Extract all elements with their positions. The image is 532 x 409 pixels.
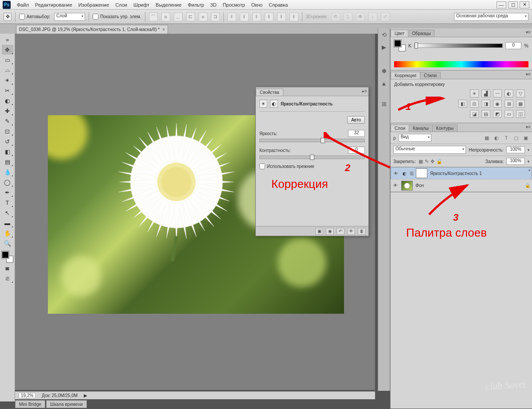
- exposure-adj-icon[interactable]: ◐: [505, 90, 513, 97]
- path-select-tool[interactable]: ↖: [2, 208, 13, 218]
- visibility-icon[interactable]: 👁: [347, 228, 355, 235]
- color-swatch-pair[interactable]: [394, 40, 406, 51]
- wand-tool[interactable]: ✴: [2, 75, 13, 85]
- properties-strip-icon[interactable]: ⊞: [379, 99, 388, 108]
- lock-all-icon[interactable]: 🔒: [436, 159, 442, 164]
- zoom-field[interactable]: 19,2%: [19, 393, 35, 398]
- styles-tab[interactable]: Стили: [420, 72, 441, 79]
- gradmap-adj-icon[interactable]: ▭: [505, 110, 513, 118]
- color-tab[interactable]: Цвет: [391, 30, 408, 37]
- stamp-tool[interactable]: ⊡: [2, 126, 13, 136]
- hue-adj-icon[interactable]: ◧: [458, 100, 467, 108]
- photo-filter-adj-icon[interactable]: ◉: [493, 100, 502, 108]
- link-icon[interactable]: ⛓: [410, 171, 413, 176]
- lock-transparent-icon[interactable]: ▦: [419, 159, 423, 164]
- document-tab[interactable]: DSC_0338.JPG @ 19,2% (Яркость/Контрастно…: [16, 25, 168, 34]
- filter-select[interactable]: Вид: [399, 134, 431, 142]
- status-arrow-icon[interactable]: ▶: [84, 393, 87, 398]
- marquee-tool[interactable]: ▭: [2, 55, 13, 65]
- zoom-tool[interactable]: 🔍: [2, 238, 13, 248]
- brightness-value[interactable]: 32: [348, 130, 365, 137]
- gradient-tool[interactable]: ▤: [2, 157, 13, 167]
- align-hcenter-icon[interactable]: ≡: [199, 12, 207, 21]
- invert-adj-icon[interactable]: ◪: [470, 110, 479, 118]
- auto-button[interactable]: Авто: [347, 116, 365, 124]
- filter-smart-icon[interactable]: ▣: [522, 135, 529, 141]
- spectrum-bar[interactable]: [394, 61, 528, 67]
- close-button[interactable]: ✕: [520, 1, 529, 8]
- menu-help[interactable]: Справка: [269, 2, 288, 8]
- menu-view[interactable]: Просмотр: [223, 2, 245, 8]
- menu-image[interactable]: Изображение: [78, 2, 109, 8]
- minibridge-tab[interactable]: Mini Bridge: [15, 400, 45, 408]
- adjustments-tab[interactable]: Коррекция: [391, 72, 420, 79]
- layer-mask-thumb[interactable]: [416, 168, 427, 178]
- bw-adj-icon[interactable]: ◨: [481, 100, 490, 108]
- panel-menu-icon[interactable]: ▸≡: [362, 89, 367, 93]
- eyedropper-tool[interactable]: ◐: [2, 96, 13, 105]
- align-top-icon[interactable]: ⎴: [149, 12, 158, 21]
- brush-icon[interactable]: ▲: [379, 79, 388, 88]
- pan3d-icon[interactable]: ✥: [356, 12, 365, 21]
- colorbal-adj-icon[interactable]: ⚖: [470, 100, 479, 108]
- shape-tool[interactable]: ▬: [2, 218, 13, 228]
- curves-adj-icon[interactable]: 〰: [493, 90, 502, 97]
- panel-menu-icon[interactable]: ▾≡: [526, 72, 531, 77]
- eraser-tool[interactable]: ◧: [2, 147, 13, 156]
- layers-tab[interactable]: Слои: [391, 125, 409, 132]
- align-right-icon[interactable]: ⊐: [211, 12, 220, 21]
- dist-right-icon[interactable]: ⫵: [289, 12, 298, 21]
- screenmode-toggle[interactable]: ⎚: [2, 273, 13, 283]
- dist-bottom-icon[interactable]: ⫴: [252, 12, 261, 21]
- menu-file[interactable]: Файл: [17, 2, 29, 8]
- fill-value[interactable]: 100%: [506, 158, 525, 165]
- healing-tool[interactable]: ✚: [2, 106, 13, 116]
- menu-type[interactable]: Шрифт: [133, 2, 149, 8]
- clip-icon[interactable]: ▣: [315, 228, 323, 235]
- levels-adj-icon[interactable]: ▟: [481, 90, 490, 97]
- layer-name[interactable]: Яркость/Контрастность 1: [430, 171, 482, 176]
- visibility-toggle[interactable]: 👁: [392, 183, 399, 188]
- filter-type-icon[interactable]: T: [503, 135, 510, 141]
- scale3d-icon[interactable]: ⤢: [381, 12, 390, 21]
- align-left-icon[interactable]: ⊏: [186, 12, 195, 21]
- panel-menu-icon[interactable]: ▾≡: [526, 30, 531, 35]
- selcolor-adj-icon[interactable]: ◫: [516, 110, 525, 118]
- workspace-select[interactable]: Основная рабочая среда: [454, 13, 528, 21]
- brush-tool[interactable]: ✎: [2, 116, 13, 126]
- close-tab-icon[interactable]: ×: [162, 27, 165, 32]
- lut-adj-icon[interactable]: ▦: [516, 100, 525, 108]
- autoselect-checkbox[interactable]: Автовыбор:: [19, 14, 51, 19]
- chmix-adj-icon[interactable]: ⊞: [505, 100, 513, 108]
- contrast-value[interactable]: 0: [348, 147, 365, 154]
- contrast-slider[interactable]: [259, 156, 365, 159]
- reset-icon[interactable]: ↶: [336, 228, 344, 235]
- dist-hcenter-icon[interactable]: ⫵: [277, 12, 286, 21]
- history-icon[interactable]: ⟲: [379, 30, 388, 39]
- dist-vcenter-icon[interactable]: ⫴: [240, 12, 249, 21]
- roll3d-icon[interactable]: ⤵: [344, 12, 352, 21]
- actions-icon[interactable]: ▶: [379, 43, 388, 51]
- lasso-tool[interactable]: ⌓: [2, 65, 13, 75]
- tab-handle-icon[interactable]: »: [2, 35, 13, 44]
- menu-window[interactable]: Окно: [251, 2, 263, 8]
- brush-presets-icon[interactable]: ✽: [379, 66, 388, 75]
- filter-adj-icon[interactable]: ◐: [493, 135, 500, 141]
- blur-tool[interactable]: 💧: [2, 167, 13, 177]
- orbit3d-icon[interactable]: ⟲: [331, 12, 340, 21]
- quickmask-toggle[interactable]: ◙: [2, 263, 13, 273]
- filter-shape-icon[interactable]: ▢: [512, 135, 520, 141]
- crop-tool[interactable]: ✂: [2, 86, 13, 95]
- minimize-button[interactable]: —: [497, 1, 506, 8]
- dist-top-icon[interactable]: ⫴: [227, 12, 236, 21]
- hand-tool[interactable]: ✋: [2, 228, 13, 238]
- k-slider[interactable]: [414, 43, 503, 48]
- layer-name[interactable]: Фон: [415, 183, 424, 188]
- menu-layers[interactable]: Слои: [115, 2, 127, 8]
- blend-mode-select[interactable]: Обычные: [393, 146, 466, 154]
- trash-icon[interactable]: 🗑: [358, 228, 366, 235]
- type-tool[interactable]: T: [2, 198, 13, 207]
- maximize-button[interactable]: ◻: [508, 1, 518, 8]
- posterize-adj-icon[interactable]: ▤: [481, 110, 490, 118]
- prev-state-icon[interactable]: ◉: [326, 228, 334, 235]
